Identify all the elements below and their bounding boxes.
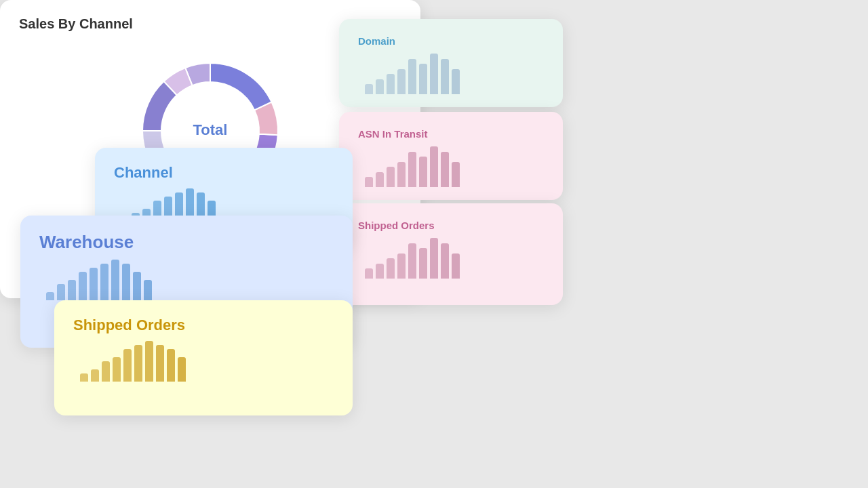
bar-item (419, 248, 427, 279)
bar-item (430, 54, 438, 94)
bar-item (111, 260, 119, 300)
bar-item (397, 253, 406, 279)
donut-segment (210, 63, 271, 110)
bar-item (376, 172, 384, 188)
bar-item (376, 264, 384, 279)
bar-item (100, 264, 108, 300)
shipped-small-card: Shipped Orders (339, 203, 563, 305)
bar-item (91, 369, 99, 382)
asn-card: ASN In Transit (339, 112, 563, 200)
bar-item (387, 258, 395, 279)
bar-item (452, 162, 460, 188)
bar-item (441, 152, 449, 188)
bar-item (452, 69, 460, 95)
warehouse-bar-chart (39, 260, 334, 300)
bar-item (123, 349, 132, 382)
bar-item (408, 243, 416, 279)
bar-item (397, 69, 406, 95)
bar-item (452, 253, 460, 279)
bar-item (80, 373, 88, 382)
bar-item (365, 268, 373, 279)
shipped-big-title: Shipped Orders (73, 317, 334, 334)
bar-item (102, 361, 110, 382)
bar-item (365, 84, 373, 94)
asn-bar-chart (358, 146, 544, 187)
bar-item (397, 162, 406, 188)
bar-item (365, 177, 373, 187)
bar-item (430, 146, 438, 187)
bar-item (144, 280, 152, 300)
bar-item (133, 272, 141, 300)
bar-item (122, 264, 130, 300)
domain-title: Domain (358, 35, 544, 47)
domain-card: Domain (339, 19, 563, 107)
bar-item (408, 59, 416, 95)
shipped-small-title: Shipped Orders (358, 220, 544, 231)
bar-item (90, 268, 98, 300)
shipped-small-bar-chart (358, 238, 544, 279)
bar-item (68, 280, 76, 300)
sales-card-title: Sales By Channel (19, 16, 133, 32)
channel-title: Channel (114, 164, 334, 182)
bar-item (419, 64, 427, 94)
shipped-big-bar-chart (73, 341, 334, 382)
donut-segment (142, 81, 177, 131)
bar-item (167, 349, 175, 382)
bar-item (134, 345, 142, 382)
bar-item (145, 341, 153, 382)
bar-item (387, 167, 395, 187)
bar-item (441, 59, 449, 95)
bar-item (430, 238, 438, 279)
shipped-big-card: Shipped Orders (54, 300, 353, 415)
donut-center-text: Total (193, 121, 228, 138)
asn-title: ASN In Transit (358, 128, 544, 140)
bar-item (387, 74, 395, 94)
bar-item (57, 284, 65, 300)
bar-item (419, 157, 427, 187)
bar-item (79, 272, 87, 300)
warehouse-title: Warehouse (39, 232, 334, 253)
bar-item (113, 357, 121, 382)
bar-item (408, 152, 416, 188)
bar-item (156, 345, 164, 382)
domain-bar-chart (358, 54, 544, 94)
bar-item (178, 357, 186, 382)
bar-item (46, 292, 54, 300)
bar-item (441, 243, 449, 279)
bar-item (376, 79, 384, 95)
